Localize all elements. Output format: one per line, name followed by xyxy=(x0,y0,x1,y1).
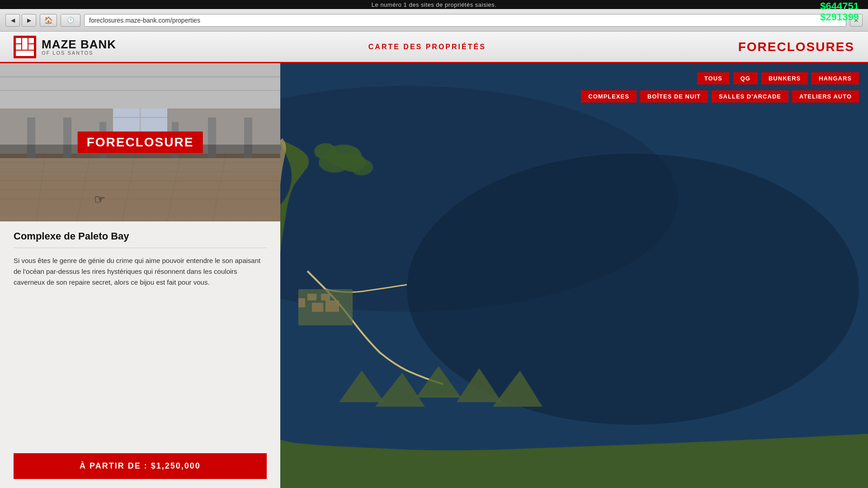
money-amount-2: $291399 xyxy=(820,12,859,23)
svg-rect-16 xyxy=(307,294,316,300)
filter-salles-arcade[interactable]: SALLES D'ARCADE xyxy=(712,90,788,103)
svg-rect-6 xyxy=(16,51,34,56)
price-button[interactable]: À PARTIR DE : $1,250,000 xyxy=(14,453,267,479)
closures-text: CLOSURES xyxy=(777,40,854,54)
money-amount-1: $644751 xyxy=(820,1,859,12)
card-body: Complexe de Paleto Bay Si vous êtes le g… xyxy=(0,221,280,444)
svg-rect-17 xyxy=(321,294,330,300)
property-description: Si vous êtes le genre de génie du crime … xyxy=(14,255,267,288)
svg-rect-46 xyxy=(0,63,280,108)
forward-button[interactable]: ▶ xyxy=(22,14,36,27)
browser-chrome: ◀ ▶ 🏠 🕐 foreclosures.maze-bank.com/prope… xyxy=(0,9,868,32)
site-header: MAZE BANK OF LOS SANTOS CARTE DES PROPRI… xyxy=(0,32,868,63)
history-button[interactable]: 🕐 xyxy=(61,14,80,27)
nav-buttons: ◀ ▶ xyxy=(5,14,36,27)
foreclosures-logo: FORECLOSURES xyxy=(738,40,854,54)
filter-ateliers-auto[interactable]: ATELIERS AUTO xyxy=(792,90,859,103)
filter-bunkers[interactable]: BUNKERS xyxy=(761,72,808,84)
fore-text: FORE xyxy=(738,40,777,54)
filter-row-2: COMPLEXES BOÎTES DE NUIT SALLES D'ARCADE… xyxy=(581,90,859,103)
hud-money: $644751 $291399 xyxy=(820,1,859,23)
svg-rect-5 xyxy=(28,44,34,50)
url-bar[interactable]: foreclosures.maze-bank.com/properties xyxy=(84,14,846,27)
filter-complexes[interactable]: COMPLEXES xyxy=(581,90,637,103)
svg-rect-18 xyxy=(312,303,323,312)
home-button[interactable]: 🏠 xyxy=(40,14,57,27)
svg-rect-1 xyxy=(16,38,21,43)
property-card: FORECLOSURE Complexe de Paleto Bay Si vo… xyxy=(0,63,280,488)
foreclosure-badge: FORECLOSURE xyxy=(78,131,203,153)
svg-rect-19 xyxy=(326,300,339,312)
back-button[interactable]: ◀ xyxy=(5,14,20,27)
filter-hangars[interactable]: HANGARS xyxy=(811,72,859,84)
svg-rect-4 xyxy=(28,38,34,43)
filter-tous[interactable]: TOUS xyxy=(697,72,730,84)
svg-point-14 xyxy=(350,159,373,175)
svg-rect-20 xyxy=(298,298,305,307)
svg-rect-2 xyxy=(16,44,21,50)
logo-area: MAZE BANK OF LOS SANTOS xyxy=(14,36,116,58)
logo-text: MAZE BANK OF LOS SANTOS xyxy=(42,38,116,56)
filter-boites-de-nuit[interactable]: BOÎTES DE NUIT xyxy=(640,90,708,103)
main-content: TOUS QG BUNKERS HANGARS COMPLEXES BOÎTES… xyxy=(0,63,868,488)
nav-properties-link[interactable]: CARTE DES PROPRIÉTÉS xyxy=(368,43,486,51)
svg-rect-3 xyxy=(22,38,28,50)
svg-point-13 xyxy=(319,153,350,173)
maze-bank-logo-icon xyxy=(14,36,36,58)
site-nav: CARTE DES PROPRIÉTÉS xyxy=(116,43,738,51)
logo-sub: OF LOS SANTOS xyxy=(42,50,116,56)
top-bar: Le numéro 1 des sites de propriétés sais… xyxy=(0,0,868,9)
filter-qg[interactable]: QG xyxy=(733,72,758,84)
property-image: FORECLOSURE xyxy=(0,63,280,221)
url-text: foreclosures.maze-bank.com/properties xyxy=(89,17,200,24)
card-divider xyxy=(14,248,267,248)
logo-name: MAZE BANK xyxy=(42,38,116,50)
svg-rect-26 xyxy=(0,154,280,221)
property-title: Complexe de Paleto Bay xyxy=(14,230,267,242)
tagline: Le numéro 1 des sites de propriétés sais… xyxy=(372,1,496,8)
filter-row-1: TOUS QG BUNKERS HANGARS xyxy=(697,72,859,84)
